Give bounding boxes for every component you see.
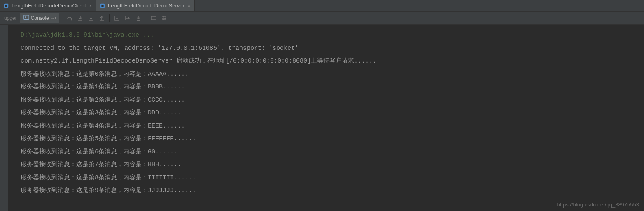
watermark: https://blog.csdn.net/qq_38975553	[557, 202, 639, 208]
console-tab-label: Console	[31, 15, 49, 21]
console-output[interactable]: D:\java\jdk1.8.0_91\bin\java.exe ... Con…	[0, 25, 644, 211]
debug-toolbar: ugger Console →•	[0, 12, 644, 25]
tab-client-label: LengthFieldDecodeDemoClient	[12, 2, 86, 9]
pin-icon[interactable]: →•	[51, 16, 56, 20]
svg-point-14	[163, 19, 164, 20]
svg-rect-4	[24, 15, 29, 20]
run-tabs-bar: LengthFieldDecodeDemoClient × LengthFiel…	[0, 0, 644, 12]
separator	[146, 14, 146, 22]
separator	[62, 14, 62, 22]
startup-line: com.netty2.lf.LengthFieldDecodeDemoServe…	[21, 55, 644, 68]
message-line: 服务器接收到消息：这是第4条消息，内容是：EEEE......	[21, 120, 644, 133]
tab-server[interactable]: LengthFieldDecodeDemoServer ×	[96, 0, 195, 11]
message-line: 服务器接收到消息：这是第5条消息，内容是：FFFFFFF......	[21, 132, 644, 146]
java-path-line: D:\java\jdk1.8.0_91\bin\java.exe ...	[21, 29, 644, 42]
svg-point-13	[165, 17, 166, 19]
svg-rect-3	[101, 5, 103, 7]
message-line: 服务器接收到消息：这是第0条消息，内容是：AAAAA......	[21, 68, 644, 81]
message-line: 服务器接收到消息：这是第2条消息，内容是：CCCC......	[21, 94, 644, 107]
run-to-cursor-icon[interactable]	[123, 13, 133, 23]
message-line: 服务器接收到消息：这是第8条消息，内容是：IIIIIII......	[21, 172, 644, 185]
settings-icon[interactable]	[159, 13, 169, 23]
console-icon	[23, 14, 29, 21]
message-line: 服务器接收到消息：这是第3条消息，内容是：DDD......	[21, 107, 644, 120]
separator	[109, 14, 110, 22]
run-config-icon	[3, 3, 9, 9]
drop-frame-icon[interactable]	[112, 13, 122, 23]
cursor-line	[21, 197, 644, 211]
evaluate-expression-icon[interactable]	[133, 13, 143, 23]
svg-rect-10	[137, 20, 140, 21]
message-line: 服务器接收到消息：这是第7条消息，内容是：HHH......	[21, 158, 644, 172]
force-step-into-icon[interactable]	[86, 13, 96, 23]
step-into-icon[interactable]	[75, 13, 85, 23]
run-config-icon	[100, 3, 105, 9]
tab-server-label: LengthFieldDecodeDemoServer	[108, 2, 184, 9]
tab-client[interactable]: LengthFieldDecodeDemoClient ×	[0, 0, 96, 11]
close-icon[interactable]: ×	[187, 3, 191, 8]
step-over-icon[interactable]	[65, 13, 75, 23]
debugger-tab-label[interactable]: ugger	[2, 15, 19, 21]
svg-point-12	[163, 16, 164, 17]
svg-rect-11	[151, 16, 156, 20]
console-tab[interactable]: Console →•	[20, 13, 60, 23]
svg-rect-1	[5, 5, 7, 7]
connected-line: Connected to the target VM, address: '12…	[21, 42, 644, 55]
close-icon[interactable]: ×	[89, 3, 93, 8]
step-out-icon[interactable]	[97, 13, 107, 23]
message-line: 服务器接收到消息：这是第1条消息，内容是：BBBB......	[21, 81, 644, 94]
message-line: 服务器接收到消息：这是第6条消息，内容是：GG......	[21, 146, 644, 159]
message-line: 服务器接收到消息：这是第9条消息，内容是：JJJJJJJ......	[21, 184, 644, 197]
trace-current-stream-icon[interactable]	[149, 13, 159, 23]
text-cursor	[21, 200, 21, 207]
